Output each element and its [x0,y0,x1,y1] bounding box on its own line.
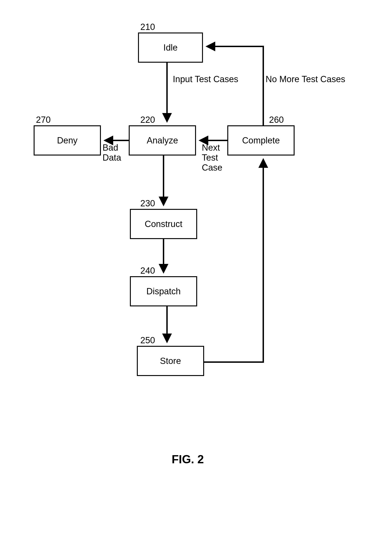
dispatch-node: Dispatch [130,276,197,306]
edge-label-no-more-test-cases: No More Test Cases [266,74,361,84]
deny-ref: 270 [36,115,50,125]
analyze-label: Analyze [147,135,178,146]
store-label: Store [160,356,181,366]
edge-label-input-test-cases: Input Test Cases [173,74,252,84]
edge-label-next-test-case: NextTestCase [202,143,227,173]
edge-store-to-complete [204,160,263,362]
analyze-node: Analyze [129,125,196,156]
store-ref: 250 [140,335,155,345]
idle-node: Idle [138,33,203,63]
complete-ref: 260 [269,115,284,125]
store-node: Store [137,346,204,376]
construct-ref: 230 [140,199,155,208]
idle-label: Idle [163,43,177,53]
dispatch-label: Dispatch [146,286,181,296]
figure-caption: FIG. 2 [172,453,204,466]
complete-label: Complete [242,135,280,146]
construct-label: Construct [145,219,182,229]
dispatch-ref: 240 [140,266,155,276]
edge-label-bad-data: BadData [103,143,128,163]
edge-complete-to-idle [208,46,263,125]
idle-ref: 210 [140,22,155,32]
construct-node: Construct [130,209,197,239]
diagram-canvas: 210 Idle 220 Analyze 230 Construct 240 D… [0,0,392,548]
complete-node: Complete [227,125,294,156]
deny-label: Deny [57,135,78,146]
analyze-ref: 220 [140,115,155,125]
deny-node: Deny [34,125,101,156]
